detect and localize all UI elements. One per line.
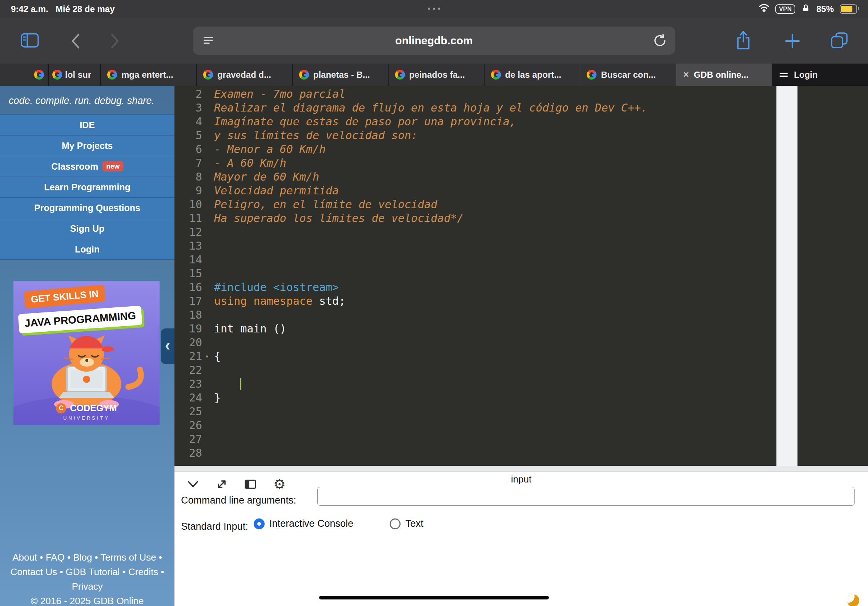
line-number: 4 — [175, 115, 202, 128]
menu-item-label: Learn Programming — [44, 182, 130, 193]
stdin-option-text[interactable]: Text — [390, 518, 423, 529]
tab-title: gravedad d... — [217, 70, 271, 80]
code-line: 11Ha superado los límites de velocidad*/ — [175, 212, 868, 225]
code-line: 21▾{ — [175, 349, 868, 363]
line-number: 20 — [175, 336, 202, 349]
home-indicator[interactable] — [319, 596, 549, 600]
footer-link-credits[interactable]: Credits — [128, 566, 158, 577]
browser-tab-planetas-b[interactable]: planetas - B... — [293, 63, 389, 86]
close-tab-icon[interactable] — [683, 71, 689, 79]
command-line-arguments-input[interactable] — [317, 487, 854, 506]
sidebar-item-sign-up[interactable]: Sign Up — [0, 218, 175, 239]
sidebar-item-login[interactable]: Login — [0, 239, 175, 260]
reload-icon[interactable] — [653, 33, 667, 51]
crescent-moon-icon — [847, 594, 859, 606]
code-text: Imagínate que estas de paso por una prov… — [214, 115, 516, 128]
codegym-ad[interactable]: GET SKILLS IN JAVA PROGRAMMING — [14, 281, 160, 425]
code-text: Peligro, en el límite de velocidad — [214, 198, 437, 212]
sidebar-item-programming-questions[interactable]: Programming Questions — [0, 198, 175, 218]
address-bar[interactable]: onlinegdb.com — [193, 26, 675, 55]
sidebar-toggle-icon[interactable] — [20, 32, 39, 50]
google-favicon — [203, 70, 213, 80]
footer-link-faq[interactable]: FAQ — [46, 552, 65, 563]
line-number: 8 — [175, 170, 202, 184]
page-settings-icon[interactable] — [202, 35, 214, 49]
browser-tab-lol-sur[interactable]: lol sur — [49, 63, 101, 86]
footer-link-blog[interactable]: Blog — [73, 552, 92, 563]
code-line: 13 — [175, 239, 868, 253]
footer-link-terms-of-use[interactable]: Terms of Use — [100, 552, 156, 563]
code-text: Ha superado los límites de velocidad*/ — [214, 212, 463, 225]
code-line: 9Velocidad permitida — [175, 184, 868, 198]
code-line: 27 — [175, 432, 868, 446]
tab-bar: lol surmga entert...gravedad d...planeta… — [0, 63, 868, 86]
menu-item-label: Login — [75, 244, 99, 255]
footer-link-gdb-tutorial[interactable]: GDB Tutorial — [66, 566, 120, 577]
code-line: 20 — [175, 336, 868, 349]
line-number: 13 — [175, 239, 202, 253]
tab-title: Buscar con... — [601, 70, 656, 80]
code-line: 19int main () — [175, 322, 868, 336]
line-number: 25 — [175, 405, 202, 419]
tab-title: GDB online... — [694, 70, 749, 80]
sidebar-menu: IDEMy ProjectsClassroomnewLearn Programm… — [0, 114, 175, 260]
clock: 9:42 a.m. — [11, 4, 48, 14]
browser-toolbar: onlinegdb.com — [0, 18, 868, 63]
line-number: 28 — [175, 446, 202, 460]
code-text: y sus límites de velocidad son: — [214, 128, 418, 142]
browser-tab-login[interactable]: Login — [772, 63, 868, 86]
code-text: int main () — [214, 322, 287, 336]
expand-panel-icon[interactable] — [216, 478, 228, 490]
code-line: 12 — [175, 225, 868, 239]
code-editor[interactable]: 2Examen - 7mo parcial3Realizar el diagra… — [175, 86, 868, 466]
footer-link-privacy[interactable]: Privacy — [71, 581, 102, 592]
back-icon[interactable] — [69, 32, 81, 51]
new-tab-icon[interactable] — [784, 33, 800, 51]
browser-tab-de-las-aport[interactable]: de las aport... — [485, 63, 580, 86]
panel-splitter[interactable] — [175, 466, 868, 472]
google-favicon — [107, 70, 117, 80]
code-line: 16#include <iostream> — [175, 280, 868, 294]
gear-icon[interactable] — [273, 478, 286, 491]
line-number: 2 — [175, 87, 202, 101]
sidebar-collapse-handle[interactable] — [161, 328, 175, 364]
browser-tab-gdb-online[interactable]: GDB online... — [676, 63, 772, 86]
standard-input-label: Standard Input: — [181, 521, 248, 532]
code-line: 23 — [175, 377, 868, 391]
command-line-arguments-label: Command line arguments: — [181, 495, 296, 506]
line-number: 27 — [175, 432, 202, 446]
ipad-screen: 9:42 a.m. Mié 28 de may VPN 85% — [0, 0, 868, 606]
google-favicon — [52, 70, 62, 80]
text-cursor — [240, 378, 241, 390]
forward-icon[interactable] — [109, 32, 121, 51]
browser-tab-pinned-0[interactable] — [0, 63, 49, 86]
sidebar-item-my-projects[interactable]: My Projects — [0, 136, 175, 156]
tabs-overview-icon[interactable] — [830, 32, 848, 51]
line-number: 15 — [175, 267, 202, 280]
browser-tab-gravedad-d[interactable]: gravedad d... — [197, 63, 293, 86]
footer-link-contact-us[interactable]: Contact Us — [10, 566, 57, 577]
stdin-options: Interactive ConsoleText — [254, 518, 460, 529]
sidebar: code. compile. run. debug. share. IDEMy … — [0, 86, 175, 606]
radio-selected-icon[interactable] — [254, 518, 265, 529]
panel-layout-icon[interactable] — [244, 479, 257, 489]
menu-item-label: Programming Questions — [34, 203, 140, 213]
browser-tab-mga-entert[interactable]: mga entert... — [101, 63, 197, 86]
editor-scrollbar[interactable] — [777, 86, 797, 466]
code-line: 14 — [175, 253, 868, 267]
browser-tab-peinados-fa[interactable]: peinados fa... — [389, 63, 485, 86]
code-line: 5y sus límites de velocidad son: — [175, 128, 868, 142]
line-number: 24 — [175, 391, 202, 405]
stdin-option-interactive-console[interactable]: Interactive Console — [254, 518, 353, 529]
share-icon[interactable] — [735, 30, 752, 52]
code-text: Realizar el diagrama de flujo en esta ho… — [214, 101, 647, 115]
browser-tab-buscar-con[interactable]: Buscar con... — [580, 63, 676, 86]
fold-marker[interactable]: ▾ — [205, 349, 209, 363]
sidebar-item-classroom[interactable]: Classroomnew — [0, 156, 175, 177]
editor-lines: 2Examen - 7mo parcial3Realizar el diagra… — [175, 86, 868, 460]
sidebar-item-ide[interactable]: IDE — [0, 115, 175, 136]
radio-unselected-icon[interactable] — [390, 518, 401, 529]
sidebar-item-learn-programming[interactable]: Learn Programming — [0, 177, 175, 198]
footer-link-about[interactable]: About — [12, 552, 37, 563]
collapse-panel-icon[interactable] — [187, 480, 199, 488]
